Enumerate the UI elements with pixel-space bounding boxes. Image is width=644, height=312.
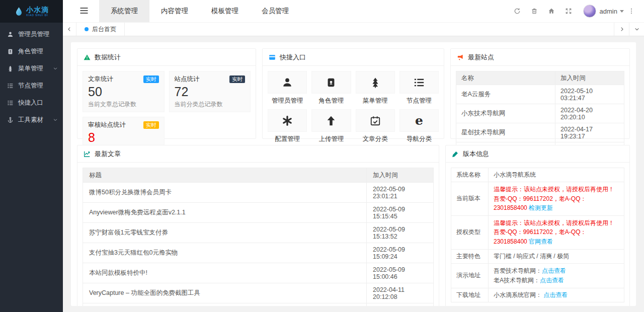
- hamburger-menu-icon[interactable]: [79, 6, 89, 17]
- user-avatar[interactable]: [583, 5, 596, 18]
- arrow-up-icon: [326, 115, 337, 126]
- fullscreen-icon[interactable]: [560, 0, 577, 23]
- sidebar-item-tool-material[interactable]: 工具素材: [0, 111, 63, 128]
- sidebar-item-quick-entry[interactable]: 快捷入口: [0, 94, 63, 111]
- download-site-name: 小水滴系统官网：: [494, 291, 542, 298]
- quick-entry-label: 角色管理: [311, 97, 351, 105]
- pen-icon: [452, 150, 459, 158]
- top-navbar: 系统管理 内容管理 模板管理 会员管理 admin: [63, 0, 644, 23]
- system-name-value: 小水滴导航系统: [489, 168, 624, 182]
- table-row[interactable]: 本站同款模板特价中!2022-05-09 15:00:46: [83, 263, 434, 283]
- download-link[interactable]: 点击查看: [543, 291, 568, 298]
- sidebar-item-label: 菜单管理: [18, 64, 43, 73]
- trash-icon[interactable]: [526, 0, 543, 23]
- calendar-check-icon: [370, 115, 381, 126]
- tab-home[interactable]: 后台首页: [76, 23, 125, 36]
- sidebar-menu: 管理员管理 角色管理 菜单管理 节点管理 快捷入口 工具素材: [0, 23, 63, 128]
- logo-title: 小水滴: [26, 6, 49, 13]
- main-column: 系统管理 内容管理 模板管理 会员管理 admin 后: [63, 0, 644, 312]
- sidebar-item-admin-manage[interactable]: 管理员管理: [0, 26, 63, 43]
- status-badge: 实时: [143, 121, 159, 129]
- tab-scroll-left-icon[interactable]: [63, 23, 76, 36]
- stat-label: 审核站点统计: [88, 121, 126, 129]
- card-data-statistics: 数据统计 文章统计实时 50 当前文章总记录数 站点统计实时: [77, 48, 256, 139]
- more-vertical-icon[interactable]: [624, 0, 639, 23]
- logo[interactable]: 小水滴 XIAO SHUI DI: [0, 0, 63, 23]
- list-icon: [7, 83, 14, 89]
- sidebar-item-label: 节点管理: [18, 82, 43, 90]
- column-header-name: 名称: [456, 71, 555, 85]
- quick-entry-admin[interactable]: 管理员管理: [268, 71, 307, 105]
- version-row-label: 当前版本: [451, 182, 489, 216]
- article-time: 2022-04-11 16:06:05: [367, 303, 434, 306]
- nav-tab-system[interactable]: 系统管理: [99, 0, 149, 22]
- content-area: 数据统计 文章统计实时 50 当前文章总记录数 站点统计实时: [63, 36, 644, 312]
- refresh-icon[interactable]: [509, 0, 526, 23]
- quick-entry-upload[interactable]: 上传管理: [311, 109, 351, 143]
- home-icon[interactable]: [543, 0, 560, 23]
- username: admin: [600, 8, 617, 15]
- tab-options-chevron-icon[interactable]: [629, 23, 644, 36]
- table-row[interactable]: VeryCapture – 功能全面的免费截图工具2022-04-11 20:1…: [83, 283, 434, 303]
- table-row[interactable]: 星创技术导航网2022-04-17 19:23:17: [456, 123, 624, 142]
- table-row[interactable]: 从零开始实战学大厂数据分析2022-04-11 16:06:05: [83, 303, 434, 306]
- stat-label: 站点统计: [175, 75, 200, 84]
- column-header-time: 加入时间: [367, 168, 434, 183]
- line-chart-icon: [84, 150, 91, 158]
- column-header-time: 加入时间: [555, 71, 624, 85]
- tab-scroll-right-icon[interactable]: [614, 23, 629, 36]
- quick-entry-article-category[interactable]: 文章分类: [356, 109, 395, 143]
- site-time: 2022-04-20 20:20:10: [555, 104, 624, 123]
- license-warning-text: 温馨提示：该站点未授权，请授权后再使用！吾爱-QQ：996117202，老A-Q…: [494, 219, 614, 245]
- nav-tab-label: 内容管理: [161, 7, 188, 16]
- water-drop-logo-icon: [14, 7, 24, 16]
- table-row[interactable]: 支付宝抽3元天猫红包0元撸实物2022-05-09 15:09:24: [83, 243, 434, 263]
- quick-entry-role[interactable]: 角色管理: [311, 71, 351, 105]
- card-header: 快捷入口: [263, 49, 444, 66]
- sidebar-item-node-manage[interactable]: 节点管理: [0, 77, 63, 94]
- table-row[interactable]: 小东技术导航网2022-04-20 20:20:10: [456, 104, 624, 123]
- article-time: 2022-05-09 15:15:45: [367, 203, 434, 223]
- column-header-title: 标题: [83, 168, 367, 183]
- tab-home-label: 后台首页: [92, 25, 116, 34]
- check-update-link[interactable]: 检测更新: [529, 204, 553, 211]
- article-title: Anyviewer微梅免费远程桌面v2.1.1: [83, 203, 367, 223]
- sidebar-item-label: 角色管理: [18, 47, 43, 56]
- article-title: 支付宝抽3元天猫红包0元撸实物: [83, 243, 367, 263]
- sidebar-item-menu-manage[interactable]: 菜单管理: [0, 60, 63, 77]
- sidebar-item-role-manage[interactable]: 角色管理: [0, 43, 63, 60]
- version-row-label: 系统名称: [451, 168, 489, 182]
- quick-entry-nav-category[interactable]: e 导航分类: [399, 109, 439, 143]
- article-title: 本站同款模板特价中!: [83, 263, 367, 283]
- quick-entry-label: 配置管理: [268, 135, 307, 143]
- megaphone-icon: [457, 54, 464, 61]
- official-site-link[interactable]: 官网查看: [529, 238, 553, 245]
- quick-entry-menu[interactable]: 菜单管理: [356, 71, 395, 105]
- nav-tab-content[interactable]: 内容管理: [149, 0, 200, 22]
- status-badge: 实时: [143, 75, 159, 83]
- id-badge-icon: [7, 48, 14, 55]
- quick-entry-label: 管理员管理: [268, 97, 307, 105]
- article-time: 2022-05-09 15:13:52: [367, 223, 434, 243]
- table-row[interactable]: 老A云服务2022-05-10 03:21:47: [456, 85, 624, 104]
- article-title: 苏宁财富领1元零钱宝支付券: [83, 223, 367, 243]
- demo-link[interactable]: 点击查看: [542, 267, 566, 274]
- quick-entry-config[interactable]: 配置管理: [268, 109, 307, 143]
- table-row[interactable]: 苏宁财富领1元零钱宝支付券2022-05-09 15:13:52: [83, 223, 434, 243]
- nav-tab-member[interactable]: 会员管理: [250, 0, 300, 22]
- demo-link[interactable]: 点击查看: [540, 277, 564, 284]
- user-dropdown[interactable]: admin: [600, 8, 624, 15]
- nav-tab-template[interactable]: 模板管理: [200, 0, 250, 22]
- version-row-label: 下载地址: [451, 288, 489, 302]
- table-row[interactable]: 微博50积分兑换微博会员周卡2022-05-09 23:01:21: [83, 183, 434, 203]
- table-row[interactable]: Anyviewer微梅免费远程桌面v2.1.12022-05-09 15:15:…: [83, 203, 434, 223]
- article-time: 2022-05-09 23:01:21: [367, 183, 434, 203]
- user-icon: [282, 77, 293, 88]
- nav-tab-label: 系统管理: [111, 7, 138, 16]
- quick-entry-node[interactable]: 节点管理: [399, 71, 439, 105]
- tree-icon: [7, 65, 14, 72]
- table-row: 授权类型 温馨提示：该站点未授权，请授权后再使用！吾爱-QQ：996117202…: [451, 215, 624, 249]
- chevron-down-icon: [53, 66, 58, 71]
- card-version-info: 版本信息 系统名称 小水滴导航系统 当前版本 温馨提示：该站点未授权，请: [445, 145, 630, 306]
- version-row-label: 主要特色: [451, 249, 489, 263]
